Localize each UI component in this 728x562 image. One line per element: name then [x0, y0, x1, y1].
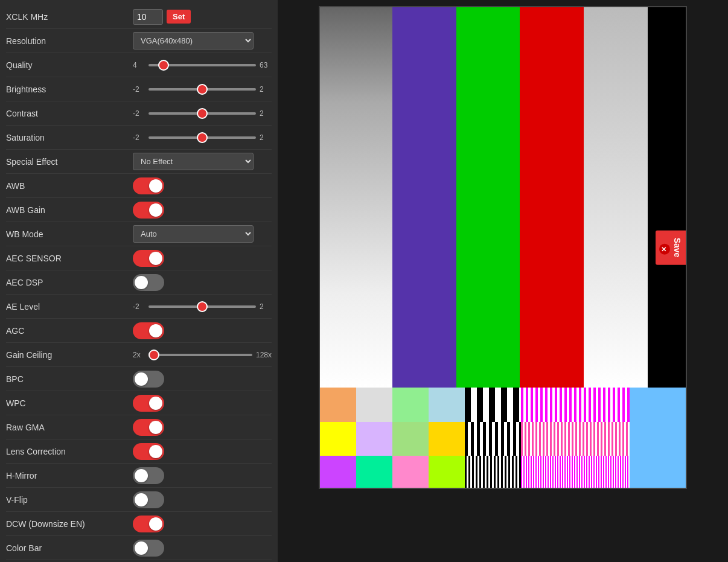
bpc-row: BPC	[6, 367, 272, 391]
contrast-max: 2	[260, 109, 272, 118]
grid-cell-5	[320, 422, 356, 456]
grid-cell-8	[429, 422, 465, 456]
h-mirror-thumb	[135, 469, 148, 482]
resolution-label: Resolution	[6, 36, 133, 46]
awb-gain-value	[133, 202, 272, 219]
lens-correction-toggle[interactable]	[133, 443, 164, 460]
contrast-slider[interactable]	[148, 112, 256, 115]
brightness-value: -2 2	[133, 85, 272, 94]
dcw-toggle[interactable]	[133, 516, 164, 532]
agc-toggle[interactable]	[133, 322, 164, 339]
awb-thumb	[149, 179, 162, 193]
agc-label: AGC	[6, 326, 133, 336]
gain-ceiling-slider[interactable]	[148, 354, 252, 356]
aec-dsp-label: AEC DSP	[6, 278, 133, 287]
grid-cell-4	[429, 388, 465, 422]
saturation-row: Saturation -2 2	[6, 126, 272, 150]
stripe-section	[465, 388, 521, 489]
bpc-thumb	[135, 372, 148, 386]
h-mirror-row: H-Mirror	[6, 464, 272, 488]
aec-sensor-toggle[interactable]	[133, 250, 164, 267]
xclk-input[interactable]	[133, 9, 163, 25]
lens-correction-row: Lens Correction	[6, 439, 272, 464]
blue-section	[630, 388, 686, 489]
special-effect-row: Special Effect No Effect Negative Graysc…	[6, 150, 272, 174]
brightness-slider[interactable]	[148, 88, 256, 91]
wpc-toggle[interactable]	[133, 395, 164, 412]
aec-sensor-row: AEC SENSOR	[6, 246, 272, 270]
v-flip-thumb	[135, 493, 148, 506]
gain-ceiling-min: 2x	[133, 351, 145, 359]
wpc-row: WPC	[6, 391, 272, 415]
v-flip-label: V-Flip	[6, 495, 133, 505]
camera-preview: Save ✕	[319, 6, 687, 489]
wb-mode-select[interactable]: Auto Sunny Cloudy Office Home	[133, 225, 254, 243]
bpc-label: BPC	[6, 374, 133, 384]
quality-slider[interactable]	[148, 64, 256, 66]
saturation-label: Saturation	[6, 133, 133, 142]
brightness-row: Brightness -2 2	[6, 77, 272, 101]
aec-dsp-toggle[interactable]	[133, 274, 164, 291]
saturation-min: -2	[133, 133, 145, 142]
lens-correction-label: Lens Correction	[6, 447, 133, 456]
dcw-row: DCW (Downsize EN)	[6, 512, 272, 536]
agc-value	[133, 322, 272, 339]
green-col	[456, 7, 520, 388]
wb-mode-label: WB Mode	[6, 229, 133, 239]
ae-level-min: -2	[133, 302, 145, 311]
contrast-value: -2 2	[133, 109, 272, 118]
gain-ceiling-label: Gain Ceiling	[6, 350, 133, 360]
h-mirror-toggle[interactable]	[133, 467, 164, 484]
gain-ceiling-max: 128x	[256, 351, 272, 359]
aec-sensor-value	[133, 250, 272, 267]
dcw-value	[133, 516, 272, 532]
contrast-min: -2	[133, 109, 145, 118]
save-button[interactable]: Save ✕	[656, 231, 686, 265]
brightness-label: Brightness	[6, 85, 133, 94]
quality-label: Quality	[6, 60, 133, 70]
wpc-value	[133, 395, 272, 412]
h-mirror-value	[133, 467, 272, 484]
color-bar-thumb	[135, 541, 148, 555]
v-flip-toggle[interactable]	[133, 491, 164, 508]
color-bar-toggle[interactable]	[133, 540, 164, 557]
awb-gain-row: AWB Gain	[6, 198, 272, 222]
brightness-max: 2	[260, 85, 272, 94]
stripe-row-3	[465, 456, 521, 489]
save-label: Save	[672, 238, 682, 258]
red-col	[520, 7, 584, 388]
contrast-row: Contrast -2 2	[6, 101, 272, 126]
dcw-label: DCW (Downsize EN)	[6, 519, 133, 529]
save-close-icon: ✕	[659, 244, 670, 255]
ae-level-row: AE Level -2 2	[6, 295, 272, 319]
awb-gain-toggle[interactable]	[133, 202, 164, 219]
wpc-label: WPC	[6, 398, 133, 408]
aec-dsp-value	[133, 274, 272, 291]
quality-row: Quality 4 63	[6, 53, 272, 77]
awb-value	[133, 177, 272, 194]
grid-cell-1	[320, 388, 356, 422]
agc-thumb	[149, 324, 162, 337]
pink-stripe-3	[521, 456, 630, 489]
set-button[interactable]: Set	[167, 10, 191, 24]
wb-mode-row: WB Mode Auto Sunny Cloudy Office Home	[6, 222, 272, 246]
xclk-value: Set	[133, 9, 272, 25]
saturation-slider[interactable]	[148, 136, 256, 139]
gain-ceiling-value: 2x 128x	[133, 351, 272, 359]
resolution-select[interactable]: VGA(640x480) UXGA(1600x1200) SXGA(1280x1…	[133, 32, 254, 49]
raw-gma-toggle[interactable]	[133, 419, 164, 436]
special-effect-select[interactable]: No Effect Negative Grayscale Red Tint Gr…	[133, 153, 254, 170]
blue-col	[392, 7, 456, 388]
color-bars	[320, 7, 686, 388]
aec-dsp-thumb	[135, 276, 148, 289]
aec-dsp-row: AEC DSP	[6, 270, 272, 295]
awb-toggle[interactable]	[133, 177, 164, 194]
color-grid	[320, 388, 465, 489]
bpc-toggle[interactable]	[133, 371, 164, 388]
color-grid-bottom	[320, 388, 686, 489]
ae-level-slider[interactable]	[148, 305, 256, 308]
awb-gain-label: AWB Gain	[6, 205, 133, 215]
raw-gma-value	[133, 419, 272, 436]
grid-cell-11	[392, 456, 429, 489]
contrast-label: Contrast	[6, 109, 133, 118]
